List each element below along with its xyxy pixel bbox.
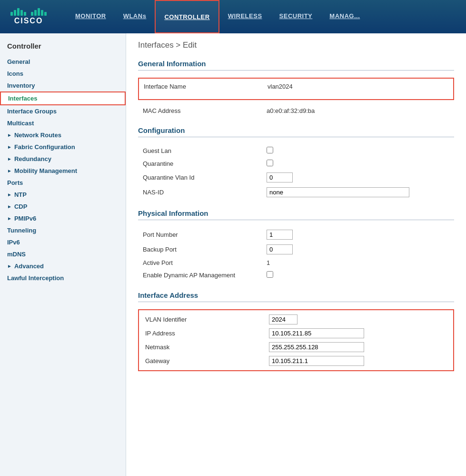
dynamic-ap-row: Enable Dynamic AP Management [138, 269, 454, 282]
port-number-input[interactable] [267, 230, 293, 240]
nas-id-input[interactable] [267, 187, 409, 197]
quarantine-label: Quarantine [138, 157, 262, 170]
quarantine-row: Quarantine [138, 157, 454, 170]
cisco-logo-text: CISCO [14, 17, 43, 25]
sidebar-item-ntp[interactable]: ►NTP [0, 189, 126, 201]
general-info-heading: General Information [138, 60, 454, 68]
guest-lan-label: Guest Lan [138, 144, 262, 157]
ip-address-row: IP Address [141, 326, 451, 340]
nas-id-label: NAS-ID [138, 185, 262, 200]
sidebar-item-pmipv6[interactable]: ►PMIPv6 [0, 213, 126, 224]
main-content: Interfaces > Edit General Information In… [126, 33, 466, 476]
sidebar-item-icons[interactable]: Icons [0, 68, 126, 80]
active-port-row: Active Port 1 [138, 257, 454, 269]
sidebar-item-network-routes[interactable]: ►Network Routes [0, 129, 126, 141]
interface-address-box: VLAN Identifier IP Address Netmask [138, 309, 454, 371]
guest-lan-checkbox-cell [262, 144, 454, 157]
netmask-label: Netmask [141, 340, 265, 354]
sidebar-item-redundancy[interactable]: ►Redundancy [0, 153, 126, 165]
sidebar-item-ports[interactable]: Ports [0, 177, 126, 189]
port-number-label: Port Number [138, 227, 262, 242]
interface-address-divider [138, 302, 454, 302]
sidebar-item-tunneling[interactable]: Tunneling [0, 224, 126, 236]
nav-item-controller[interactable]: CONTROLLER [155, 0, 219, 33]
vlan-id-input[interactable] [269, 314, 297, 324]
interface-name-row: Interface Name vlan2024 [139, 81, 453, 92]
port-number-row: Port Number [138, 227, 454, 242]
general-info-table: Interface Name vlan2024 [139, 81, 453, 92]
ip-address-label: IP Address [141, 326, 265, 340]
guest-lan-checkbox[interactable] [267, 147, 273, 153]
gateway-row: Gateway [141, 354, 451, 368]
active-port-value: 1 [262, 257, 454, 269]
sidebar: Controller General Icons Inventory Inter… [0, 33, 126, 476]
gateway-label: Gateway [141, 354, 265, 368]
nas-id-row: NAS-ID [138, 185, 454, 200]
sidebar-item-inventory[interactable]: Inventory [0, 80, 126, 91]
physical-info-heading: Physical Information [138, 209, 454, 217]
netmask-row: Netmask [141, 340, 451, 354]
configuration-divider [138, 137, 454, 137]
sidebar-item-fabric-config[interactable]: ►Fabric Configuration [0, 141, 126, 153]
mac-address-table: MAC Address a0:e0:af:32:d9:ba [138, 105, 454, 117]
nav-item-wireless[interactable]: WIRELESS [219, 0, 271, 33]
sidebar-item-multicast[interactable]: Multicast [0, 117, 126, 129]
interface-name-value: vlan2024 [263, 81, 453, 92]
netmask-input[interactable] [269, 342, 364, 352]
quarantine-vlan-row: Quarantine Vlan Id [138, 170, 454, 185]
sidebar-item-general[interactable]: General [0, 56, 126, 68]
nav-item-manage[interactable]: MANAG... [321, 0, 368, 33]
cisco-logo-icon [10, 8, 47, 16]
page-title: Interfaces > Edit [138, 41, 454, 50]
gateway-input[interactable] [269, 356, 364, 366]
vlan-id-input-cell [265, 313, 451, 326]
vlan-id-label: VLAN Identifier [141, 313, 265, 326]
active-port-label: Active Port [138, 257, 262, 269]
guest-lan-row: Guest Lan [138, 144, 454, 157]
quarantine-checkbox[interactable] [267, 160, 273, 166]
backup-port-input-cell [262, 242, 454, 257]
sidebar-item-interfaces[interactable]: Interfaces [0, 91, 126, 105]
quarantine-vlan-input-cell [262, 170, 454, 185]
nav-item-monitor[interactable]: MONITOR [67, 0, 115, 33]
sidebar-item-cdp[interactable]: ►CDP [0, 201, 126, 213]
sidebar-item-advanced[interactable]: ►Advanced [0, 260, 126, 272]
dynamic-ap-label: Enable Dynamic AP Management [138, 269, 262, 282]
nav-menu: MONITOR WLANs CONTROLLER WIRELESS SECURI… [67, 0, 461, 33]
quarantine-vlan-input[interactable] [267, 172, 293, 182]
mac-address-value: a0:e0:af:32:d9:ba [262, 105, 454, 117]
general-info-divider [138, 70, 454, 71]
quarantine-checkbox-cell [262, 157, 454, 170]
backup-port-input[interactable] [267, 244, 293, 254]
dynamic-ap-checkbox[interactable] [267, 271, 273, 278]
configuration-table: Guest Lan Quarantine Quarantine Vlan Id … [138, 144, 454, 200]
netmask-input-cell [265, 340, 451, 354]
interface-name-box: Interface Name vlan2024 [138, 78, 454, 100]
gateway-input-cell [265, 354, 451, 368]
configuration-heading: Configuration [138, 126, 454, 134]
sidebar-item-mobility[interactable]: ►Mobility Management [0, 165, 126, 177]
ip-address-input[interactable] [269, 328, 364, 338]
backup-port-label: Backup Port [138, 242, 262, 257]
nav-item-security[interactable]: SECURITY [271, 0, 321, 33]
sidebar-item-ipv6[interactable]: IPv6 [0, 236, 126, 248]
sidebar-item-interface-groups[interactable]: Interface Groups [0, 105, 126, 117]
quarantine-vlan-label: Quarantine Vlan Id [138, 170, 262, 185]
main-layout: Controller General Icons Inventory Inter… [0, 33, 466, 476]
interface-address-heading: Interface Address [138, 291, 454, 299]
interface-name-label: Interface Name [139, 81, 263, 92]
mac-address-label: MAC Address [138, 105, 262, 117]
top-navigation: CISCO MONITOR WLANs CONTROLLER WIRELESS … [0, 0, 466, 33]
mac-address-row: MAC Address a0:e0:af:32:d9:ba [138, 105, 454, 117]
backup-port-row: Backup Port [138, 242, 454, 257]
sidebar-title: Controller [0, 38, 126, 56]
sidebar-item-lawful[interactable]: Lawful Interception [0, 272, 126, 284]
port-number-input-cell [262, 227, 454, 242]
dynamic-ap-checkbox-cell [262, 269, 454, 282]
nas-id-input-cell [262, 185, 454, 200]
ip-address-input-cell [265, 326, 451, 340]
interface-address-table: VLAN Identifier IP Address Netmask [141, 313, 451, 368]
nav-item-wlans[interactable]: WLANs [115, 0, 155, 33]
sidebar-item-mdns[interactable]: mDNS [0, 248, 126, 260]
logo-area: CISCO [5, 8, 52, 25]
